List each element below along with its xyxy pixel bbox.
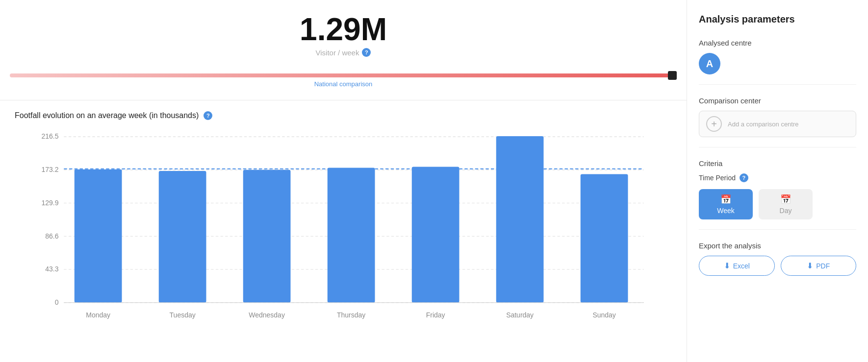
bar-sunday	[581, 174, 628, 302]
week-button[interactable]: 📅 Week	[699, 189, 753, 219]
comparison-label: National comparison	[0, 80, 687, 88]
comparison-bar-track	[10, 73, 677, 77]
svg-text:Thursday: Thursday	[337, 311, 365, 319]
week-calendar-icon: 📅	[720, 194, 731, 205]
visitor-week-label: Visitor / week	[316, 48, 359, 57]
sidebar-header: Analysis parameters	[699, 14, 856, 27]
svg-text:Monday: Monday	[86, 311, 110, 319]
criteria-label: Criteria	[699, 159, 856, 168]
comparison-centre-label: Comparison center	[699, 97, 856, 105]
add-comparison-text: Add a comparison centre	[728, 121, 799, 128]
hero-number: 1.29M	[0, 14, 687, 45]
sidebar-title: Analysis parameters	[699, 14, 856, 25]
svg-text:86.6: 86.6	[45, 232, 58, 240]
export-buttons: ⬇ Excel ⬇ PDF	[699, 256, 856, 276]
svg-text:43.3: 43.3	[45, 265, 58, 273]
analysed-centre-block: Analysed centre A	[699, 39, 856, 85]
svg-text:Wednesday: Wednesday	[249, 311, 285, 319]
svg-text:129.9: 129.9	[42, 199, 59, 207]
excel-icon: ⬇	[724, 261, 730, 270]
bar-thursday	[328, 168, 375, 303]
day-button-label: Day	[780, 207, 792, 215]
chart-title-row: Footfall evolution on an average week (i…	[15, 111, 672, 120]
bar-friday	[412, 167, 460, 302]
hero-help-icon[interactable]: ?	[362, 48, 371, 57]
criteria-block: Criteria Time Period ? 📅 Week 📅 Day	[699, 159, 856, 230]
export-label: Export the analysis	[699, 241, 856, 250]
bar-chart-svg: 0 43.3 86.6 129.9 173.2 216.5 Monday Tue…	[15, 129, 672, 339]
day-button[interactable]: 📅 Day	[759, 189, 813, 219]
day-calendar-icon: 📅	[780, 194, 791, 205]
comparison-bar-section: National comparison	[0, 67, 687, 96]
export-excel-button[interactable]: ⬇ Excel	[699, 256, 775, 276]
time-period-row: Time Period ?	[699, 173, 856, 182]
chart-title: Footfall evolution on an average week (i…	[15, 111, 199, 120]
add-comparison-icon: +	[706, 116, 722, 132]
comparison-bar-thumb	[668, 71, 677, 80]
bar-tuesday	[159, 171, 206, 303]
export-block: Export the analysis ⬇ Excel ⬇ PDF	[699, 241, 856, 286]
bar-wednesday	[243, 170, 291, 303]
svg-text:Friday: Friday	[426, 311, 445, 319]
export-excel-label: Excel	[733, 262, 750, 270]
pdf-icon: ⬇	[807, 261, 813, 270]
svg-text:173.2: 173.2	[42, 166, 59, 173]
period-buttons: 📅 Week 📅 Day	[699, 189, 856, 219]
bar-chart-container: 0 43.3 86.6 129.9 173.2 216.5 Monday Tue…	[15, 129, 672, 339]
week-button-label: Week	[717, 207, 735, 215]
sidebar: Analysis parameters Analysed centre A Co…	[687, 0, 868, 362]
export-pdf-button[interactable]: ⬇ PDF	[781, 256, 857, 276]
centre-avatar: A	[699, 53, 720, 74]
bar-monday	[75, 169, 122, 303]
svg-text:216.5: 216.5	[42, 132, 59, 140]
bar-saturday	[496, 136, 544, 303]
time-period-label: Time Period	[699, 174, 736, 182]
svg-text:Saturday: Saturday	[506, 311, 534, 319]
comparison-centre-block: Comparison center + Add a comparison cen…	[699, 97, 856, 147]
add-comparison-row[interactable]: + Add a comparison centre	[699, 111, 856, 137]
svg-text:0: 0	[55, 298, 59, 306]
hero-section: 1.29M Visitor / week ?	[0, 0, 687, 62]
hero-sub: Visitor / week ?	[0, 48, 687, 57]
time-period-help-icon[interactable]: ?	[740, 173, 748, 182]
chart-section: Footfall evolution on an average week (i…	[0, 100, 687, 362]
main-content: 1.29M Visitor / week ? National comparis…	[0, 0, 687, 362]
analysed-centre-label: Analysed centre	[699, 39, 856, 47]
export-pdf-label: PDF	[816, 262, 830, 270]
svg-text:Sunday: Sunday	[592, 311, 615, 319]
svg-text:Tuesday: Tuesday	[170, 311, 196, 319]
chart-help-icon[interactable]: ?	[204, 111, 212, 120]
